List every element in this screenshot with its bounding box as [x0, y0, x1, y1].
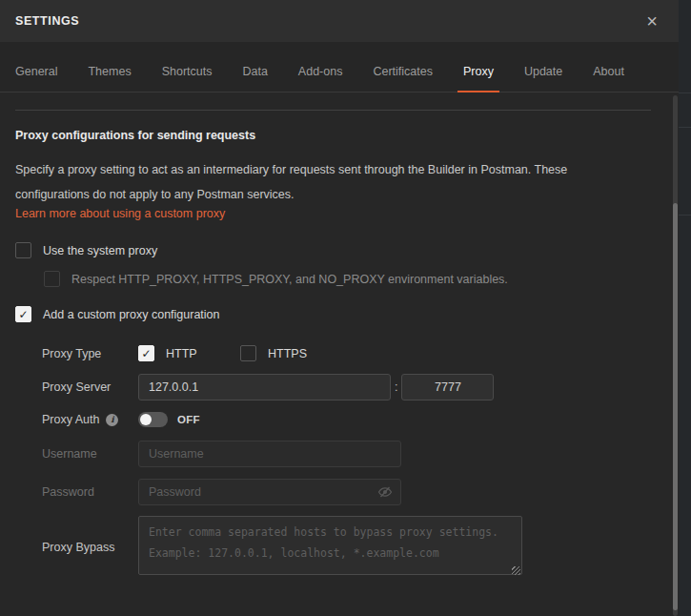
- tab-update[interactable]: Update: [524, 51, 562, 92]
- tab-data[interactable]: Data: [242, 51, 267, 92]
- proxy-bypass-label: Proxy Bypass: [42, 541, 138, 554]
- section-description: Specify a proxy setting to act as an int…: [15, 157, 587, 207]
- respect-env-checkbox: [44, 271, 60, 287]
- https-option: HTTPS: [240, 345, 307, 361]
- checkmark-icon: ✓: [18, 309, 28, 320]
- https-label[interactable]: HTTPS: [268, 347, 307, 360]
- proxy-port-input[interactable]: [401, 374, 494, 400]
- background-divider: [679, 92, 691, 93]
- username-row: Username: [0, 441, 679, 467]
- settings-modal-screen: SETTINGS × General Themes Shortcuts Data…: [0, 0, 691, 616]
- proxy-server-label: Proxy Server: [42, 380, 138, 394]
- section-divider: [15, 110, 651, 111]
- http-option: ✓ HTTP: [138, 345, 240, 361]
- proxy-auth-row: Proxy Auth i OFF: [0, 412, 679, 427]
- learn-more-link[interactable]: Learn more about using a custom proxy: [15, 205, 225, 222]
- eye-slash-icon: [377, 484, 393, 500]
- tab-shortcuts[interactable]: Shortcuts: [162, 51, 213, 92]
- respect-env-label: Respect HTTP_PROXY, HTTPS_PROXY, and NO_…: [71, 273, 508, 286]
- proxy-auth-label-text: Proxy Auth: [42, 413, 99, 426]
- proxy-auth-state: OFF: [177, 414, 200, 425]
- background-divider: [679, 127, 691, 128]
- settings-modal: SETTINGS × General Themes Shortcuts Data…: [0, 0, 679, 616]
- proxy-bypass-wrap: [138, 516, 522, 578]
- tab-about[interactable]: About: [593, 51, 624, 92]
- proxy-server-row: Proxy Server :: [0, 374, 679, 400]
- username-input: [138, 441, 401, 467]
- proxy-auth-toggle[interactable]: [138, 412, 168, 427]
- proxy-type-label: Proxy Type: [42, 347, 138, 360]
- username-label: Username: [42, 447, 138, 461]
- proxy-settings-panel: Proxy configurations for sending request…: [0, 92, 679, 615]
- http-label[interactable]: HTTP: [166, 347, 197, 360]
- respect-env-row: Respect HTTP_PROXY, HTTPS_PROXY, and NO_…: [0, 271, 679, 287]
- password-field-wrap: [138, 479, 401, 505]
- custom-proxy-label[interactable]: Add a custom proxy configuration: [43, 308, 220, 321]
- tab-certificates[interactable]: Certificates: [373, 51, 433, 92]
- info-icon[interactable]: i: [106, 414, 118, 426]
- use-system-proxy-row: Use the system proxy: [0, 242, 679, 258]
- modal-title: SETTINGS: [15, 14, 79, 28]
- checkmark-icon: ✓: [141, 348, 151, 359]
- resize-handle-icon[interactable]: [512, 566, 520, 575]
- close-icon[interactable]: ×: [642, 11, 661, 31]
- custom-proxy-checkbox[interactable]: ✓: [15, 306, 31, 322]
- tab-themes[interactable]: Themes: [88, 51, 131, 92]
- proxy-type-row: Proxy Type ✓ HTTP HTTPS: [0, 345, 679, 361]
- background-app-strip: [679, 0, 691, 616]
- use-system-proxy-checkbox[interactable]: [15, 242, 31, 258]
- settings-tabbar: General Themes Shortcuts Data Add-ons Ce…: [0, 42, 679, 92]
- password-row: Password: [0, 479, 679, 505]
- tab-general[interactable]: General: [15, 51, 57, 92]
- tab-addons[interactable]: Add-ons: [298, 51, 343, 92]
- https-checkbox[interactable]: [240, 345, 256, 361]
- proxy-auth-label: Proxy Auth i: [42, 413, 138, 426]
- toggle-knob: [140, 414, 152, 425]
- proxy-bypass-textarea[interactable]: [138, 516, 522, 575]
- proxy-bypass-row: Proxy Bypass: [0, 516, 679, 578]
- host-port-separator: :: [395, 380, 397, 394]
- password-label: Password: [42, 485, 138, 499]
- tab-proxy-label: Proxy: [463, 65, 494, 78]
- custom-proxy-row: ✓ Add a custom proxy configuration: [0, 306, 679, 322]
- background-divider: [679, 215, 691, 216]
- modal-header: SETTINGS ×: [0, 0, 679, 42]
- password-input: [138, 479, 401, 505]
- tab-proxy[interactable]: Proxy: [463, 51, 494, 92]
- scrollbar-thumb[interactable]: [673, 203, 678, 610]
- http-checkbox[interactable]: ✓: [138, 345, 154, 361]
- section-heading: Proxy configurations for sending request…: [15, 128, 663, 143]
- use-system-proxy-label[interactable]: Use the system proxy: [43, 244, 157, 257]
- proxy-host-input[interactable]: [138, 374, 391, 400]
